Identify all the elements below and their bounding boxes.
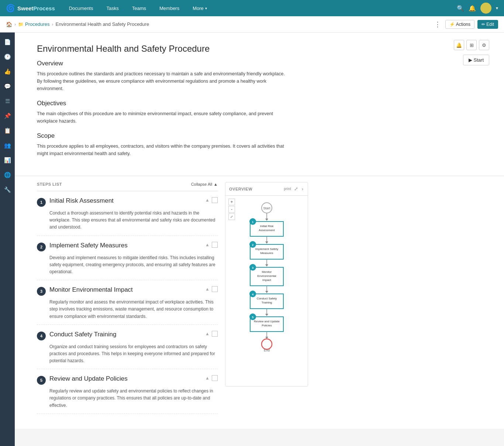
- user-avatar[interactable]: [480, 3, 491, 14]
- procedure-settings-button[interactable]: ⚙: [479, 40, 489, 50]
- step-5-badge: 5: [37, 376, 46, 385]
- start-button[interactable]: ▶ Start: [463, 55, 489, 65]
- nav-teams[interactable]: Teams: [125, 0, 153, 16]
- nav-members[interactable]: Members: [153, 0, 186, 16]
- more-options-icon[interactable]: ⋮: [433, 19, 442, 30]
- topnav-right-actions: 🔍 🔔 ▾: [457, 3, 498, 14]
- flow-end-node: [262, 339, 272, 349]
- step-3-description: Regularly monitor and assess the environ…: [37, 299, 218, 320]
- step-5-checkbox[interactable]: [212, 375, 218, 381]
- edit-button[interactable]: ✏ Edit: [477, 20, 498, 29]
- procedure-header: 🔔 ⊞ ⚙ ▶ Start Environmental Health and S…: [15, 32, 504, 176]
- sidebar-item-chart[interactable]: 📊: [1, 154, 14, 167]
- overview-panel-header: OVERVIEW print ⤢ ›: [225, 182, 308, 196]
- collapse-chevron-icon: ▲: [214, 182, 218, 186]
- sidebar-item-like[interactable]: 👍: [1, 65, 14, 78]
- step-item-2: 2 Implement Safety Measures ▲ Develop an…: [37, 236, 218, 281]
- step-1-checkbox[interactable]: [212, 197, 218, 203]
- overview-print-button[interactable]: print: [284, 187, 291, 191]
- zoom-controls: + - ⤢: [228, 199, 235, 220]
- overview-next-button[interactable]: ›: [301, 185, 304, 192]
- steps-list-header: STEPS LIST Collapse All ▲: [37, 176, 218, 191]
- step-1-controls: ▲: [205, 197, 218, 203]
- objectives-section-title: Objectives: [37, 100, 489, 107]
- flow-step-4-number: 4: [252, 293, 253, 296]
- step-2-description: Develop and implement measures to mitiga…: [37, 254, 218, 276]
- sidebar-item-pin[interactable]: 📌: [1, 109, 14, 123]
- bell-icon[interactable]: 🔔: [469, 5, 476, 12]
- flow-step-3-label-1: Monitor: [262, 270, 272, 274]
- flowchart-container: + - ⤢ Start 1: [225, 196, 308, 386]
- actions-button[interactable]: ⚡ Actions: [445, 20, 474, 29]
- step-5-collapse-icon[interactable]: ▲: [205, 375, 210, 381]
- breadcrumb-procedures-link[interactable]: 📁 Procedures: [18, 21, 49, 27]
- steps-list-container: STEPS LIST Collapse All ▲ 1 Initial Risk…: [37, 176, 218, 414]
- step-1-description: Conduct a thorough assessment to identif…: [37, 210, 218, 231]
- step-4-checkbox[interactable]: [212, 331, 218, 337]
- sidebar-item-globe[interactable]: 🌐: [1, 168, 14, 182]
- collapse-all-button[interactable]: Collapse All ▲: [191, 182, 218, 186]
- step-5-header: 5 Review and Update Policies ▲: [37, 375, 218, 385]
- procedures-folder-icon: 📁: [18, 22, 24, 27]
- scope-section-text: This procedure applies to all employees,…: [37, 143, 288, 157]
- sidebar-item-document[interactable]: 📄: [1, 35, 14, 49]
- sidebar-item-users[interactable]: 👥: [1, 139, 14, 152]
- overview-fullscreen-button[interactable]: ⤢: [293, 185, 299, 192]
- sidebar-item-list[interactable]: ☰: [1, 95, 14, 108]
- step-4-collapse-icon[interactable]: ▲: [205, 331, 210, 336]
- home-icon[interactable]: 🏠: [6, 21, 12, 27]
- steps-section: STEPS LIST Collapse All ▲ 1 Initial Risk…: [15, 176, 504, 429]
- nav-links: Documents Tasks Teams Members More ▾: [62, 0, 457, 16]
- step-4-controls: ▲: [205, 331, 218, 337]
- flow-step-4-label-2: Training: [261, 301, 272, 304]
- flow-step-2-label-2: Measures: [260, 251, 273, 255]
- step-4-title: Conduct Safety Training: [49, 331, 201, 338]
- search-icon[interactable]: 🔍: [457, 5, 464, 12]
- flow-arrowhead-4: [265, 291, 268, 293]
- app-logo[interactable]: 🌀 SweetProcess: [6, 4, 55, 13]
- user-menu-chevron-icon[interactable]: ▾: [496, 6, 498, 11]
- step-2-title: Implement Safety Measures: [49, 242, 201, 249]
- step-3-collapse-icon[interactable]: ▲: [205, 287, 210, 292]
- step-5-controls: ▲: [205, 375, 218, 381]
- step-item-4: 4 Conduct Safety Training ▲ Organize and…: [37, 325, 218, 370]
- step-3-checkbox[interactable]: [212, 286, 218, 292]
- sidebar-item-comments[interactable]: 💬: [1, 80, 14, 93]
- sidebar-item-copy[interactable]: 📋: [1, 124, 14, 137]
- procedure-bell-button[interactable]: 🔔: [454, 40, 464, 50]
- procedure-columns-button[interactable]: ⊞: [466, 40, 477, 50]
- step-4-header: 4 Conduct Safety Training ▲: [37, 331, 218, 340]
- step-1-title: Initial Risk Assessment: [49, 197, 201, 205]
- step-2-checkbox[interactable]: [212, 242, 218, 248]
- step-5-description: Regularly review and update safety and e…: [37, 388, 218, 409]
- breadcrumb-separator-2: ›: [52, 22, 53, 27]
- main-layout: 📄 🕐 👍 💬 ☰ 📌 📋 👥 📊 🌐 🔧 🔔 ⊞ ⚙ ▶ Start Envi…: [0, 32, 504, 446]
- zoom-fit-button[interactable]: ⤢: [228, 213, 235, 220]
- overview-section-title: Overview: [37, 60, 489, 67]
- flow-arrowhead-2: [265, 241, 268, 244]
- step-2-badge: 2: [37, 243, 46, 251]
- flow-step-2-number: 2: [252, 243, 253, 247]
- steps-list-label: STEPS LIST: [37, 182, 62, 186]
- zoom-out-button[interactable]: -: [228, 206, 235, 213]
- sidebar-item-history[interactable]: 🕐: [1, 50, 14, 64]
- step-4-description: Organize and conduct training sessions f…: [37, 343, 218, 365]
- flowchart-svg: Start 1 Initial Risk Assessment: [230, 199, 304, 383]
- step-item-5: 5 Review and Update Policies ▲ Regularly…: [37, 369, 218, 414]
- flow-arrowhead-1: [265, 219, 268, 221]
- step-item-1: 1 Initial Risk Assessment ▲ Conduct a th…: [37, 191, 218, 236]
- step-3-badge: 3: [37, 287, 46, 296]
- step-3-controls: ▲: [205, 286, 218, 292]
- step-3-title: Monitor Environmental Impact: [49, 286, 201, 294]
- flow-step-3-number: 3: [252, 266, 253, 270]
- nav-documents[interactable]: Documents: [62, 0, 100, 16]
- step-1-collapse-icon[interactable]: ▲: [205, 198, 210, 203]
- flow-step-3-label-2: Environmental: [257, 274, 276, 278]
- left-sidebar: 📄 🕐 👍 💬 ☰ 📌 📋 👥 📊 🌐 🔧: [0, 32, 15, 446]
- nav-tasks[interactable]: Tasks: [100, 0, 125, 16]
- nav-more[interactable]: More ▾: [186, 0, 214, 16]
- sidebar-item-wrench[interactable]: 🔧: [1, 183, 14, 196]
- more-chevron-icon: ▾: [205, 6, 207, 10]
- step-2-collapse-icon[interactable]: ▲: [205, 242, 210, 247]
- zoom-in-button[interactable]: +: [228, 199, 235, 205]
